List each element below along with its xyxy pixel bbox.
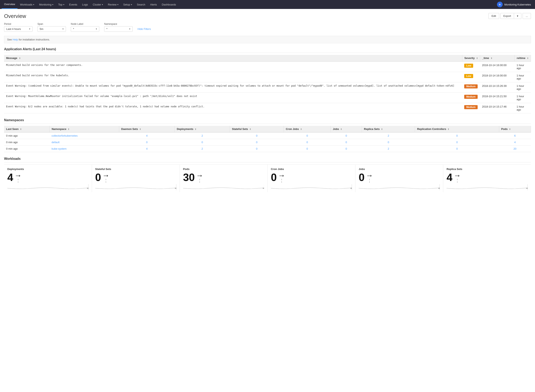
ns-col-replication-controllers[interactable]: Replication Controllers ⇕ xyxy=(415,126,499,132)
workload-count-row: 0 → ↑ ↓ xyxy=(95,172,176,183)
workload-count-row: 0 → ↑ ↓ xyxy=(359,172,440,183)
ns-col-pods[interactable]: Pods ⇕ xyxy=(499,126,531,132)
node-label-caret-icon: ▾ xyxy=(96,28,97,30)
workload-card[interactable]: Cron Jobs 0 → ↑ ↓ xyxy=(268,165,355,192)
alert-time: 2018-10-14 15:17:46 xyxy=(480,103,515,113)
workloads-caret: ▾ xyxy=(33,4,34,6)
alerts-col-message[interactable]: Message ⇕ xyxy=(4,55,462,61)
workload-count: 0 xyxy=(271,172,277,182)
edit-button[interactable]: Edit xyxy=(488,13,499,19)
ns-col-namespace[interactable]: Namespace ⇕ xyxy=(49,126,119,132)
ns-count: 0 xyxy=(284,139,331,146)
namespaces-section-title: Namespaces xyxy=(4,118,531,124)
ns-col-daemon-sets[interactable]: Daemon Sets ⇕ xyxy=(119,126,174,132)
namespace-row: 0 min agodefault00000004 xyxy=(4,139,531,146)
nav-item-workloads[interactable]: Workloads ▾ xyxy=(18,0,37,9)
ns-count: 0 xyxy=(284,132,331,139)
ns-col-jobs[interactable]: Jobs ⇕ xyxy=(331,126,362,132)
workload-arrow: → ↑ ↓ xyxy=(278,172,285,183)
nav-item-monitoring[interactable]: Monitoring ▾ xyxy=(37,0,56,9)
nav-item-setup[interactable]: Setup ▾ xyxy=(121,0,134,9)
main-content: Overview Edit Export ▾ ... Period Last 4… xyxy=(0,9,535,392)
export-caret-button[interactable]: ▾ xyxy=(514,13,521,19)
workload-count-row: 4 → ↑ ↓ xyxy=(7,172,89,183)
nav-item-cluster[interactable]: Cluster ▾ xyxy=(90,0,105,9)
severity-sort-icon: ⇕ xyxy=(476,57,478,59)
workload-card[interactable]: Replica Sets 4 → ↑ ↓ xyxy=(443,165,531,192)
span-filter: Span 5m ▾ xyxy=(38,23,66,32)
workload-label: Replica Sets xyxy=(446,168,528,171)
alerts-col-time[interactable]: _time ⇕ xyxy=(480,55,515,61)
workload-count-row: 0 → ↑ ↓ xyxy=(271,172,352,183)
workload-label: Pods xyxy=(183,168,264,171)
ns-count: 0 xyxy=(331,146,362,152)
ns-col-cron-jobs[interactable]: Cron Jobs ⇕ xyxy=(284,126,331,132)
hide-filters-link[interactable]: Hide Filters xyxy=(137,28,151,31)
workload-count: 4 xyxy=(446,172,452,182)
nav-item-logs[interactable]: Logs xyxy=(80,0,90,9)
ns-count: 0 xyxy=(331,139,362,146)
workload-arrow: → ↑ ↓ xyxy=(454,172,461,183)
help-link[interactable]: Help xyxy=(13,38,18,41)
alert-message: Event Warning: 0/2 nodes are available: … xyxy=(4,103,462,113)
workload-card[interactable]: Stateful Sets 0 → ↑ ↓ xyxy=(92,165,180,192)
monitoring-caret: ▾ xyxy=(52,4,53,6)
nav-item-dashboards[interactable]: Dashboards xyxy=(159,0,178,9)
header-actions: Edit Export ▾ ... xyxy=(488,13,531,19)
ns-count: 0 xyxy=(331,132,362,139)
period-select[interactable]: Last 4 hours ▾ xyxy=(4,26,33,32)
alert-reltime: 1 hour ago xyxy=(515,103,531,113)
node-label-select[interactable]: * ▾ xyxy=(71,26,99,32)
more-button[interactable]: ... xyxy=(523,13,531,19)
workload-label: Stateful Sets xyxy=(95,168,176,171)
ns-last-seen: 0 min ago xyxy=(4,139,49,146)
node-label-filter: Node Label * ▾ xyxy=(71,23,99,32)
namespace-link[interactable]: kube-system xyxy=(52,147,66,150)
namespace-select[interactable]: * ▾ xyxy=(104,26,133,32)
nav-item-review[interactable]: Review ▾ xyxy=(105,0,121,9)
workload-count: 4 xyxy=(7,172,13,182)
alert-severity: Medium xyxy=(462,103,480,113)
brand-icon: ⎈ xyxy=(497,2,503,7)
workload-arrow: → ↑ ↓ xyxy=(102,172,110,183)
ns-col-stateful-sets[interactable]: Stateful Sets ⇕ xyxy=(230,126,284,132)
workload-card[interactable]: Pods 30 → ↑ ↓ xyxy=(180,165,268,192)
nav-item-overview[interactable]: Overview xyxy=(2,0,18,9)
workload-count: 30 xyxy=(183,172,195,182)
ns-col-deployments[interactable]: Deployments ⇕ xyxy=(174,126,230,132)
alert-severity: Medium xyxy=(462,82,480,93)
workload-sparkline xyxy=(7,184,89,190)
export-button[interactable]: Export xyxy=(500,13,514,19)
alert-message: Mismatched build versions for the server… xyxy=(4,61,462,72)
ns-count: 2 xyxy=(174,132,230,139)
workload-sparkline xyxy=(183,184,264,190)
filters-row: Period Last 4 hours ▾ Span 5m ▾ Node Lab… xyxy=(4,23,531,32)
alert-row: Mismatched build versions for the server… xyxy=(4,61,531,72)
nav-item-top[interactable]: Top ▾ xyxy=(56,0,67,9)
nav-item-alerts[interactable]: Alerts xyxy=(148,0,159,9)
nav-item-events[interactable]: Events xyxy=(67,0,80,9)
nav-bar: Overview Workloads ▾ Monitoring ▾ Top ▾ … xyxy=(0,0,535,9)
alert-row: Event Warning: (combined from similar ev… xyxy=(4,82,531,93)
workload-count-row: 30 → ↑ ↓ xyxy=(183,172,264,183)
ns-count: 0 xyxy=(174,139,230,146)
alerts-col-severity[interactable]: Severity ⇕ xyxy=(462,55,480,61)
namespace-link[interactable]: default xyxy=(52,141,59,144)
namespaces-table: Last Seen ⇕Namespace ⇕Daemon Sets ⇕Deplo… xyxy=(4,126,531,152)
workloads-section: Workloads Deployments 4 → ↑ ↓ Stateful S… xyxy=(4,157,531,192)
namespace-row: 0 min agocollectorforkubernetes42000206 xyxy=(4,132,531,139)
alert-time: 2018-10-14 15:21:50 xyxy=(480,93,515,103)
alert-time: 2018-10-14 15:26:39 xyxy=(480,82,515,93)
ns-count: 4 xyxy=(119,146,174,152)
time-sort-icon: ⇕ xyxy=(491,57,492,59)
span-select[interactable]: 5m ▾ xyxy=(38,26,66,32)
namespace-link[interactable]: collectorforkubernetes xyxy=(52,134,78,137)
workload-card[interactable]: Jobs 0 → ↑ ↓ xyxy=(355,165,443,192)
alerts-col-reltime[interactable]: reltime ⇕ xyxy=(515,55,531,61)
workloads-grid: Deployments 4 → ↑ ↓ Stateful Sets 0 → xyxy=(4,164,531,192)
ns-col-last-seen[interactable]: Last Seen ⇕ xyxy=(4,126,49,132)
ns-col-replica-sets[interactable]: Replica Sets ⇕ xyxy=(362,126,415,132)
workload-card[interactable]: Deployments 4 → ↑ ↓ xyxy=(4,165,92,192)
nav-item-search[interactable]: Search xyxy=(134,0,148,9)
ns-count: 0 xyxy=(230,139,284,146)
